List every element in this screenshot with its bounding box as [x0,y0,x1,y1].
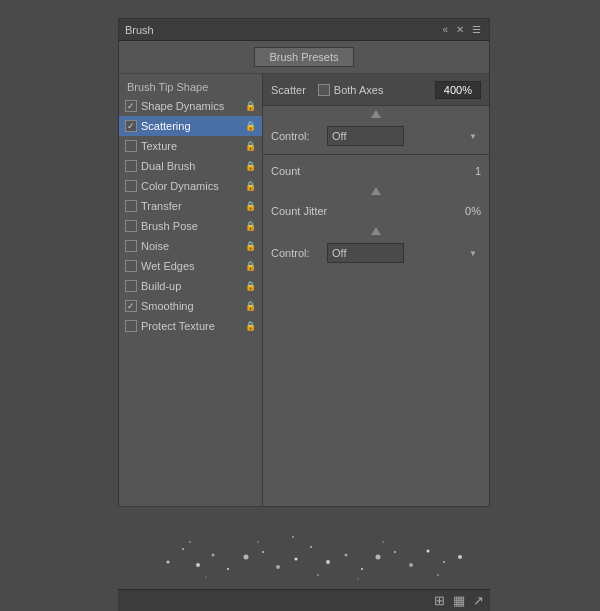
brush-presets-button[interactable]: Brush Presets [254,47,353,67]
sidebar-item-smoothing[interactable]: Smoothing 🔒 [119,296,262,316]
noise-lock-icon: 🔒 [244,240,256,252]
scatter-triangle-icon [371,110,381,118]
texture-lock-icon: 🔒 [244,140,256,152]
brush-presets-row: Brush Presets [119,41,489,74]
wet-edges-checkbox[interactable] [125,260,137,272]
scattering-checkbox[interactable] [125,120,137,132]
svg-point-14 [394,551,396,553]
wet-edges-label: Wet Edges [141,260,242,272]
count-row: Count 1 [263,159,489,183]
color-dynamics-checkbox[interactable] [125,180,137,192]
control2-select-wrapper: Off Fade Pen Pressure Pen Tilt [327,243,481,263]
control1-select[interactable]: Off Fade Pen Pressure Pen Tilt [327,126,404,146]
dual-brush-lock-icon: 🔒 [244,160,256,172]
protect-texture-label: Protect Texture [141,320,242,332]
shape-dynamics-label: Shape Dynamics [141,100,242,112]
svg-point-1 [182,548,184,550]
panel-icons: « ✕ ☰ [440,24,483,35]
svg-point-6 [262,551,264,553]
sidebar-item-texture[interactable]: Texture 🔒 [119,136,262,156]
count-jitter-value: 0% [451,205,481,217]
scattering-lock-icon: 🔒 [244,120,256,132]
scatter-value[interactable]: 400% [435,81,481,99]
noise-label: Noise [141,240,242,252]
buildup-checkbox[interactable] [125,280,137,292]
sidebar-item-color-dynamics[interactable]: Color Dynamics 🔒 [119,176,262,196]
control2-select[interactable]: Off Fade Pen Pressure Pen Tilt [327,243,404,263]
divider-1 [263,154,489,155]
sidebar-item-scattering[interactable]: Scattering 🔒 [119,116,262,136]
panel-title: Brush [125,24,440,36]
svg-point-5 [244,555,249,560]
brush-pose-checkbox[interactable] [125,220,137,232]
svg-point-25 [292,536,294,538]
brush-pose-lock-icon: 🔒 [244,220,256,232]
protect-texture-checkbox[interactable] [125,320,137,332]
scatter-triangle [263,106,489,122]
sidebar-item-wet-edges[interactable]: Wet Edges 🔒 [119,256,262,276]
sidebar-item-protect-texture[interactable]: Protect Texture 🔒 [119,316,262,336]
both-axes-label: Both Axes [334,84,384,96]
toolbar-icon-2[interactable]: ▦ [453,593,465,608]
control-row-2: Control: Off Fade Pen Pressure Pen Tilt [263,239,489,267]
svg-point-15 [409,563,413,567]
control1-label: Control: [271,130,321,142]
count-triangle [263,183,489,199]
brush-tip-shape-label[interactable]: Brush Tip Shape [119,78,262,96]
count-label: Count [271,165,451,177]
sidebar-item-noise[interactable]: Noise 🔒 [119,236,262,256]
buildup-lock-icon: 🔒 [244,280,256,292]
sidebar-item-brush-pose[interactable]: Brush Pose 🔒 [119,216,262,236]
noise-checkbox[interactable] [125,240,137,252]
color-dynamics-lock-icon: 🔒 [244,180,256,192]
svg-point-10 [326,560,330,564]
count-value: 1 [451,165,481,177]
smoothing-label: Smoothing [141,300,242,312]
count-jitter-triangle-icon [371,227,381,235]
svg-point-12 [361,568,363,570]
control2-label: Control: [271,247,321,259]
sidebar-item-dual-brush[interactable]: Dual Brush 🔒 [119,156,262,176]
svg-point-7 [276,565,280,569]
svg-point-0 [167,561,170,564]
count-jitter-row: Count Jitter 0% [263,199,489,223]
wet-edges-lock-icon: 🔒 [244,260,256,272]
collapse-button[interactable]: « [440,24,450,35]
dual-brush-checkbox[interactable] [125,160,137,172]
texture-checkbox[interactable] [125,140,137,152]
brush-pose-label: Brush Pose [141,220,242,232]
toolbar-icon-3[interactable]: ↗ [473,593,484,608]
svg-point-22 [382,541,384,543]
close-button[interactable]: ✕ [454,24,466,35]
brush-preview-svg [118,507,490,590]
sidebar-item-buildup[interactable]: Build-up 🔒 [119,276,262,296]
shape-dynamics-checkbox[interactable] [125,100,137,112]
sidebar-item-transfer[interactable]: Transfer 🔒 [119,196,262,216]
svg-point-20 [257,541,259,543]
count-jitter-label: Count Jitter [271,205,451,217]
svg-point-16 [427,550,430,553]
shape-dynamics-lock-icon: 🔒 [244,100,256,112]
bottom-toolbar: ⊞ ▦ ↗ [118,589,490,611]
toolbar-icon-1[interactable]: ⊞ [434,593,445,608]
count-jitter-triangle [263,223,489,239]
svg-point-13 [376,555,381,560]
protect-texture-lock-icon: 🔒 [244,320,256,332]
svg-point-18 [458,555,462,559]
transfer-checkbox[interactable] [125,200,137,212]
svg-point-3 [212,554,215,557]
smoothing-lock-icon: 🔒 [244,300,256,312]
svg-point-19 [189,541,191,543]
sidebar-item-shape-dynamics[interactable]: Shape Dynamics 🔒 [119,96,262,116]
smoothing-checkbox[interactable] [125,300,137,312]
transfer-label: Transfer [141,200,242,212]
dual-brush-label: Dual Brush [141,160,242,172]
both-axes-checkbox[interactable] [318,84,330,96]
svg-point-23 [437,574,439,576]
panel-title-bar: Brush « ✕ ☰ [119,19,489,41]
brush-panel: Brush « ✕ ☰ Brush Presets Brush Tip Shap… [118,18,490,583]
svg-point-26 [357,578,359,580]
svg-point-4 [227,568,229,570]
buildup-label: Build-up [141,280,242,292]
menu-button[interactable]: ☰ [470,24,483,35]
